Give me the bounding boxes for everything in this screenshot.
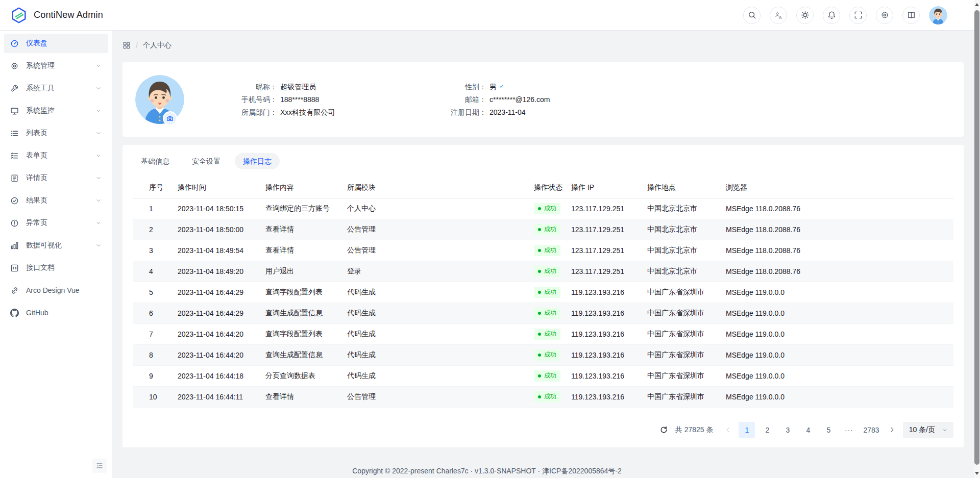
page-button-1[interactable]: 1 [739,422,755,438]
list-icon [10,129,19,138]
table-cell: 代码生成 [347,344,534,365]
profile-field-value: 188****8888 [280,94,319,105]
table-cell: 成功 [534,240,571,261]
sidebar-item-GitHub[interactable]: GitHub [4,303,108,322]
profile-avatar [135,75,184,124]
scrollbar-thumb[interactable] [974,10,979,465]
api-icon [10,264,19,272]
table-row: 42023-11-04 18:49:20用户退出登录成功123.117.129.… [133,261,953,282]
search-button[interactable] [743,7,761,24]
status-badge: 成功 [534,329,560,340]
notifications-button[interactable] [823,7,840,24]
apps-icon[interactable] [122,41,131,49]
sidebar-item-label: 结果页 [26,196,95,205]
sidebar-item-系统工具[interactable]: 系统工具 [4,79,108,98]
docs-button[interactable] [902,7,920,24]
sidebar-item-数据可视化[interactable]: 数据可视化 [4,236,108,255]
bell-icon [827,11,836,19]
operation-log-table: 序号操作时间操作内容所属模块操作状态操作 IP操作地点浏览器 12023-11-… [133,178,953,408]
page-button-3[interactable]: 3 [779,422,796,438]
sidebar-item-label: 异常页 [26,218,95,228]
status-badge: 成功 [534,391,560,402]
app-title: ContiNew Admin [34,10,103,20]
table-cell: 2023-11-04 16:44:29 [178,282,265,303]
table-row: 82023-11-04 16:44:20查询生成配置信息代码生成成功119.12… [133,344,953,365]
app-brand[interactable]: ContiNew Admin [10,7,103,24]
change-avatar-button[interactable] [163,111,177,125]
sidebar-item-结果页[interactable]: 结果页 [4,191,108,210]
fullscreen-icon [854,11,863,19]
profile-info: 昵称：超级管理员手机号码：188****8888所属部门：Xxx科技有限公司 性… [220,82,550,117]
sidebar-item-Arco Design Vue[interactable]: Arco Design Vue [4,281,108,300]
settings-button[interactable] [876,7,893,24]
table-cell: 查询生成配置信息 [265,303,347,323]
sidebar-item-列表页[interactable]: 列表页 [4,123,108,143]
profile-field: 昵称：超级管理员 [220,82,429,92]
chevron-down-icon [942,427,947,433]
page-button-2783[interactable]: 2783 [861,422,881,438]
monitor-icon [10,107,19,115]
status-badge: 成功 [534,266,560,277]
refresh-button[interactable] [658,424,670,436]
github-icon [10,309,19,317]
page-button-2[interactable]: 2 [759,422,775,438]
operation-log-card: 基础信息安全设置操作日志 序号操作时间操作内容所属模块操作状态操作 IP操作地点… [122,145,964,447]
page-ellipsis: ··· [841,422,857,438]
sun-icon [801,11,810,19]
page-button-5[interactable]: 5 [820,422,837,438]
sidebar-item-接口文档[interactable]: 接口文档 [4,258,108,278]
table-cell: MSEdge 119.0.0.0 [726,303,953,323]
user-avatar-button[interactable] [929,6,947,24]
status-badge: 成功 [534,308,560,319]
sidebar-item-仪表盘[interactable]: 仪表盘 [4,34,108,53]
table-cell: 2023-11-04 18:50:15 [178,198,265,219]
tab-安全设置[interactable]: 安全设置 [184,153,229,169]
table-cell: 中国广东省深圳市 [647,365,726,386]
table-body: 12023-11-04 18:50:15查询绑定的三方账号个人中心成功123.1… [133,198,953,407]
chevron-down-icon [95,242,102,248]
fullscreen-button[interactable] [849,7,867,24]
table-cell: 公告管理 [347,386,534,407]
sidebar-item-系统管理[interactable]: 系统管理 [4,56,108,76]
sidebar-item-label: 接口文档 [26,263,102,272]
status-text: 成功 [544,392,556,401]
table-cell: 2023-11-04 16:44:20 [178,344,265,365]
translate-button[interactable]: 文A [770,7,787,24]
main-content: / 个人中心 [112,31,974,478]
page-button-4[interactable]: 4 [800,422,816,438]
table-cell: MSEdge 119.0.0.0 [726,323,953,344]
tab-基础信息[interactable]: 基础信息 [133,153,178,169]
status-dot [538,312,541,315]
sidebar-item-详情页[interactable]: 详情页 [4,168,108,188]
tab-操作日志[interactable]: 操作日志 [235,153,280,169]
profile-field-value: c********@126.com [489,94,550,105]
page-size-select[interactable]: 10 条/页 [903,422,953,438]
sidebar-item-异常页[interactable]: 异常页 [4,213,108,233]
table-cell: 4 [133,261,178,282]
status-badge: 成功 [534,349,560,361]
column-header: 操作时间 [178,178,265,198]
sidebar-item-表单页[interactable]: 表单页 [4,146,108,165]
table-row: 102023-11-04 16:44:11查看详情公告管理成功119.123.1… [133,386,953,407]
status-dot [538,270,541,273]
collapse-sidebar-button[interactable] [92,459,107,473]
profile-info-right: 性别：男♂邮箱：c********@126.com注册日期：2023-11-04 [429,82,550,117]
chevron-down-icon [95,197,102,204]
menu-fold-icon [95,462,104,470]
table-cell: 查询字段配置列表 [265,282,347,303]
table-cell: 成功 [534,365,571,386]
table-cell: 2023-11-04 16:44:18 [178,365,265,386]
gear-icon [880,11,889,19]
table-cell: 中国广东省深圳市 [647,386,726,407]
theme-button[interactable] [796,7,814,24]
scrollbar-down-arrow[interactable] [975,472,979,475]
sidebar-item-系统监控[interactable]: 系统监控 [4,101,108,120]
table-cell: 2023-11-04 18:49:54 [178,240,265,261]
table-cell: 119.123.193.216 [571,323,647,344]
table-cell: 中国北京北京市 [647,219,726,240]
previous-page-button[interactable] [721,422,734,438]
table-cell: 123.117.129.251 [571,198,647,219]
next-page-button[interactable] [886,422,899,438]
scrollbar-up-arrow[interactable] [975,3,979,6]
table-cell: 查询生成配置信息 [265,344,347,365]
